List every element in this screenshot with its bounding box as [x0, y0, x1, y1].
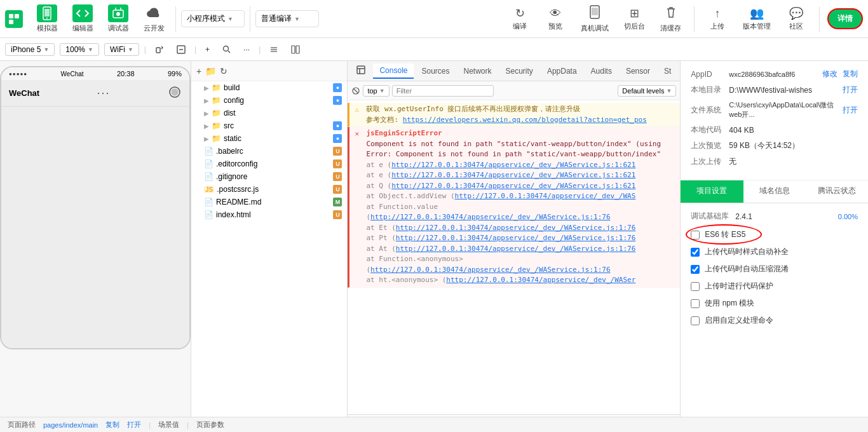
- settings-btn[interactable]: [266, 44, 282, 55]
- upload-btn[interactable]: ↑ 上传: [702, 4, 733, 34]
- autocompress-checkbox[interactable]: [691, 265, 700, 274]
- tab-audits[interactable]: Audits: [585, 64, 618, 78]
- rotate-btn[interactable]: [151, 44, 168, 55]
- npm-checkbox[interactable]: [691, 299, 700, 308]
- es6-checkbox[interactable]: [691, 231, 700, 240]
- folder-icon-build: 📁: [212, 83, 221, 92]
- debugger-btn[interactable]: 调试器: [102, 2, 135, 36]
- customhandler-label[interactable]: 启用自定义处理命令: [705, 315, 858, 326]
- levels-dropdown[interactable]: Default levels ▼: [618, 85, 676, 97]
- community-btn[interactable]: 💬 社区: [781, 4, 811, 34]
- file-postcssrc[interactable]: JS .postcssrc.js U: [191, 183, 347, 196]
- search-btn[interactable]: [219, 44, 234, 55]
- layout-btn[interactable]: [287, 44, 304, 55]
- localdir-open[interactable]: 打开: [843, 84, 858, 95]
- add-btn[interactable]: +: [201, 44, 214, 55]
- version-btn[interactable]: 👥 版本管理: [738, 4, 776, 34]
- error-link1[interactable]: http://127.0.0.1:30474/appservice/_dev_/…: [391, 161, 635, 169]
- mode-dropdown[interactable]: 小程序模式 ▼: [181, 10, 245, 27]
- file-indexhtml[interactable]: 📄 index.html U: [191, 208, 347, 221]
- file-gitignore[interactable]: 📄 .gitignore U: [191, 170, 347, 183]
- autostyle-checkbox[interactable]: [691, 248, 700, 257]
- error-link4[interactable]: http://127.0.0.1:30474/appservice/_dev_/…: [455, 192, 636, 200]
- filter-input[interactable]: [392, 85, 494, 97]
- warning-icon: ⚠: [355, 105, 363, 116]
- tab-console[interactable]: Console: [373, 64, 414, 79]
- error-link2[interactable]: http://127.0.0.1:30474/appservice/_dev_/…: [391, 171, 635, 179]
- tab-sources[interactable]: Sources: [415, 64, 456, 78]
- file-newfolder-btn[interactable]: 📁: [205, 66, 216, 76]
- error-link5[interactable]: http://127.0.0.1:30474/appservice/_dev_/…: [370, 213, 611, 221]
- debugger-label: 调试器: [108, 24, 129, 33]
- autostyle-label[interactable]: 上传代码时样式自动补全: [705, 246, 858, 257]
- codeprotect-checkbox[interactable]: [691, 282, 700, 291]
- svg-rect-0: [9, 14, 13, 18]
- subtoolbar-sep1: |: [144, 45, 146, 54]
- debugger-icon: [108, 4, 128, 22]
- autocompress-label[interactable]: 上传代码时自动压缩混淆: [705, 264, 858, 274]
- tab-project-settings[interactable]: 项目设置: [681, 180, 743, 203]
- error-link9[interactable]: http://127.0.0.1:30474/appservice/_dev_/…: [370, 266, 611, 274]
- network-dropdown[interactable]: WiFi ▼: [104, 43, 139, 56]
- realtest-btn[interactable]: 真机调试: [576, 3, 614, 36]
- error-stack6: at Et (http://127.0.0.1:30474/appservice…: [366, 223, 675, 234]
- appid-copy[interactable]: 复制: [843, 69, 858, 79]
- status-open-btn[interactable]: 打开: [127, 420, 141, 429]
- file-static[interactable]: ▶ 📁 static ●: [191, 132, 347, 145]
- error-link6[interactable]: http://127.0.0.1:30474/appservice/_dev_/…: [396, 224, 636, 232]
- folder-arrow-dist: ▶: [204, 110, 209, 117]
- tab-tencent-cloud[interactable]: 腾讯云状态: [806, 180, 868, 203]
- file-config[interactable]: ▶ 📁 config ●: [191, 94, 347, 107]
- zoom-dropdown[interactable]: 100% ▼: [60, 43, 99, 56]
- codeprotect-label[interactable]: 上传时进行代码保护: [705, 281, 858, 292]
- error-link7[interactable]: http://127.0.0.1:30474/appservice/_dev_/…: [396, 234, 636, 242]
- clearcache-btn[interactable]: 清缓存: [655, 3, 686, 36]
- error-link10[interactable]: http://127.0.0.1:30474/appservice/_dev_/…: [446, 276, 635, 284]
- frame-dropdown[interactable]: top ▼: [363, 85, 389, 97]
- sep4: [819, 6, 820, 32]
- badge-postcssrc: U: [333, 185, 342, 194]
- tab-storage[interactable]: St: [658, 64, 677, 78]
- customhandler-checkbox[interactable]: [691, 316, 700, 325]
- status-params-label: 页面参数: [196, 420, 224, 429]
- error-link3[interactable]: http://127.0.0.1:30474/appservice/_dev_/…: [391, 182, 635, 190]
- file-babelrc[interactable]: 📄 .babelrc U: [191, 145, 347, 158]
- npm-label[interactable]: 使用 npm 模块: [705, 298, 858, 309]
- tab-security[interactable]: Security: [499, 64, 539, 78]
- es6-label[interactable]: ES6 转 ES5: [705, 229, 858, 240]
- phone-battery: 99%: [168, 70, 182, 78]
- device-dropdown[interactable]: iPhone 5 ▼: [5, 43, 55, 56]
- file-refresh-btn[interactable]: ↻: [220, 66, 227, 76]
- file-build[interactable]: ▶ 📁 build ●: [191, 81, 347, 94]
- file-new-btn[interactable]: +: [196, 66, 201, 76]
- tab-appdata[interactable]: AppData: [541, 64, 583, 78]
- tab-inspecticon[interactable]: [350, 63, 372, 79]
- compile-btn[interactable]: ↻ 编译: [505, 4, 535, 34]
- file-icon-postcssrc: JS: [204, 186, 214, 193]
- debug-library-label: 调试基础库: [691, 211, 735, 222]
- tab-network[interactable]: Network: [458, 64, 498, 78]
- file-src[interactable]: ▶ 📁 src ●: [191, 119, 347, 132]
- filesystem-open[interactable]: 打开: [843, 105, 858, 116]
- more-btn[interactable]: ···: [240, 44, 254, 55]
- tab-domain-info[interactable]: 域名信息: [743, 180, 806, 203]
- file-dist[interactable]: ▶ 📁 dist: [191, 107, 347, 119]
- appid-modify[interactable]: 修改: [822, 69, 837, 79]
- backend-btn[interactable]: ⊞ 切后台: [619, 4, 650, 34]
- svg-rect-24: [357, 66, 365, 74]
- file-readme[interactable]: 📄 README.md M: [191, 196, 347, 208]
- compile-dropdown[interactable]: 普通编译 ▼: [255, 10, 319, 27]
- expand-btn[interactable]: [173, 44, 189, 55]
- cloud-btn[interactable]: 云开发: [137, 2, 170, 36]
- warning-link[interactable]: https://developers.weixin.qq.com/blogdet…: [403, 116, 647, 124]
- status-copy-btn[interactable]: 复制: [105, 420, 119, 429]
- preview-btn[interactable]: 👁 预览: [540, 4, 571, 34]
- file-editorconfig[interactable]: 📄 .editorconfig U: [191, 158, 347, 170]
- error-link8[interactable]: http://127.0.0.1:30474/appservice/_dev_/…: [396, 245, 636, 253]
- simulator-btn[interactable]: 模拟器: [31, 2, 64, 36]
- tab-sensor[interactable]: Sensor: [620, 64, 656, 78]
- details-btn[interactable]: 详情: [827, 8, 863, 29]
- status-path-value[interactable]: pages/index/main: [43, 421, 98, 429]
- editor-btn[interactable]: 编辑器: [66, 2, 99, 36]
- svg-point-9: [116, 12, 120, 16]
